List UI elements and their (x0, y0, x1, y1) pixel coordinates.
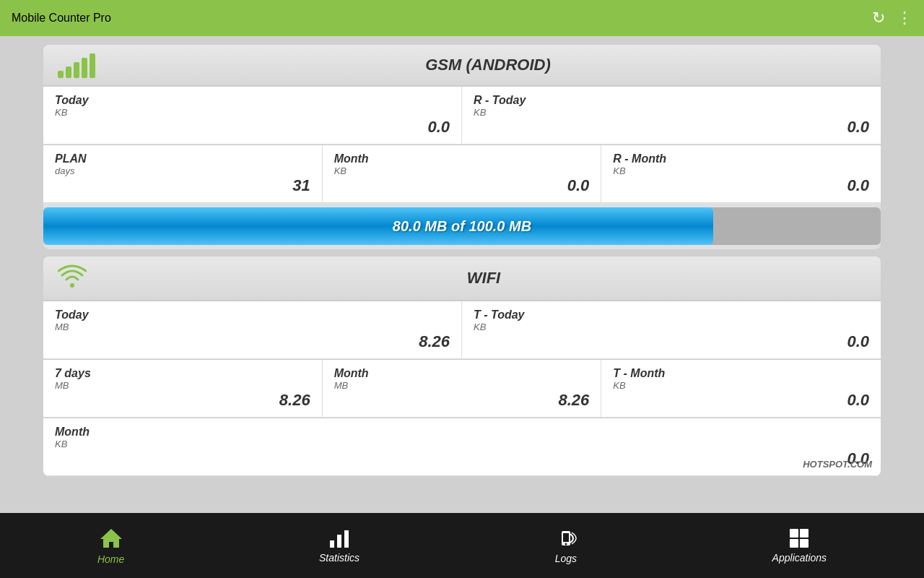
gsm-r-today-label: R - Today (474, 94, 869, 107)
gsm-month-unit: KB (334, 165, 590, 176)
svg-rect-10 (790, 539, 798, 548)
nav-statistics[interactable]: Statistics (319, 527, 359, 564)
gsm-title: GSM (ANDROID) (110, 56, 866, 74)
wifi-month2-label: Month (55, 426, 869, 439)
svg-rect-11 (800, 539, 808, 548)
gsm-progress-bar: 80.0 MB of 100.0 MB (43, 207, 881, 245)
overflow-menu-icon[interactable]: ⋮ (897, 9, 912, 27)
wifi-t-month-value: 0.0 (847, 391, 869, 410)
gsm-month-label: Month (334, 152, 590, 165)
gsm-month-cell: Month KB 0.0 (323, 145, 602, 203)
home-label: Home (97, 553, 124, 565)
gsm-r-today-cell: R - Today KB 0.0 (462, 87, 881, 144)
wifi-month-cell: Month MB 8.26 (323, 360, 602, 418)
logs-label: Logs (555, 553, 577, 564)
wifi-t-month-cell: T - Month KB 0.0 (601, 360, 881, 418)
wifi-month-label: Month (334, 367, 590, 380)
wifi-today-value: 8.26 (419, 332, 450, 351)
svg-rect-8 (790, 529, 798, 538)
svg-point-0 (70, 283, 74, 288)
wifi-month2-unit: KB (55, 439, 869, 449)
refresh-icon[interactable]: ↻ (872, 9, 885, 27)
gsm-today-cell: Today KB 0.0 (43, 87, 462, 144)
applications-icon (788, 527, 810, 549)
gsm-today-unit: KB (55, 107, 450, 118)
wifi-header: WIFI (43, 256, 881, 301)
wifi-7days-unit: MB (55, 380, 310, 391)
wifi-icon (58, 264, 87, 293)
applications-label: Applications (772, 552, 827, 564)
wifi-t-month-unit: KB (613, 380, 869, 391)
nav-logs[interactable]: Logs (554, 527, 578, 564)
nav-home[interactable]: Home (97, 526, 124, 565)
bottom-nav: Home Statistics Logs Applications (0, 513, 924, 578)
gsm-header: GSM (ANDROID) (43, 45, 881, 86)
svg-point-7 (565, 543, 567, 545)
svg-rect-2 (330, 540, 334, 548)
wifi-t-today-value: 0.0 (847, 332, 869, 351)
wifi-section: WIFI Today MB 8.26 T - Today KB 0.0 (43, 256, 881, 476)
wifi-t-month-label: T - Month (613, 367, 869, 380)
wifi-t-today-cell: T - Today KB 0.0 (462, 301, 881, 359)
gsm-r-month-cell: R - Month KB 0.0 (601, 145, 881, 203)
wifi-title: WIFI (101, 269, 866, 288)
wifi-7days-label: 7 days (55, 367, 310, 380)
hotspot-label: HOTSPOT.COM (803, 459, 872, 470)
svg-rect-3 (337, 535, 341, 548)
home-icon (99, 526, 123, 551)
gsm-plan-unit: days (55, 165, 310, 176)
wifi-month-value: 8.26 (559, 391, 590, 410)
logs-icon (554, 527, 578, 550)
gsm-r-today-value: 0.0 (847, 118, 869, 137)
wifi-t-today-label: T - Today (474, 309, 869, 322)
app-title: Mobile Counter Pro (12, 12, 111, 25)
gsm-section: GSM (ANDROID) Today KB 0.0 R - Today KB … (43, 45, 881, 249)
svg-rect-6 (563, 533, 569, 542)
wifi-month2-cell: Month KB 0.0 HOTSPOT.COM (43, 418, 881, 476)
wifi-t-today-unit: KB (474, 322, 869, 332)
gsm-r-month-unit: KB (613, 165, 869, 176)
gsm-plan-label: PLAN (55, 152, 310, 165)
svg-rect-4 (344, 530, 349, 548)
gsm-plan-cell: PLAN days 31 (43, 145, 323, 203)
wifi-today-cell: Today MB 8.26 (43, 301, 462, 359)
wifi-month-unit: MB (334, 380, 590, 391)
gsm-plan-value: 31 (292, 176, 310, 195)
wifi-7days-cell: 7 days MB 8.26 (43, 360, 323, 418)
main-content: GSM (ANDROID) Today KB 0.0 R - Today KB … (0, 36, 924, 513)
top-bar-icons: ↻ ⋮ (872, 9, 912, 27)
wifi-today-unit: MB (55, 322, 450, 332)
gsm-today-label: Today (55, 94, 450, 107)
gsm-today-value: 0.0 (427, 118, 450, 137)
statistics-label: Statistics (319, 552, 359, 564)
gsm-r-month-label: R - Month (613, 152, 869, 165)
gsm-progress-text: 80.0 MB of 100.0 MB (43, 207, 881, 245)
svg-marker-1 (100, 529, 122, 548)
top-bar: Mobile Counter Pro ↻ ⋮ (0, 0, 924, 36)
gsm-r-month-value: 0.0 (847, 176, 869, 195)
wifi-7days-value: 8.26 (279, 391, 310, 410)
svg-rect-9 (800, 529, 808, 538)
nav-applications[interactable]: Applications (772, 527, 827, 564)
wifi-today-label: Today (55, 309, 450, 322)
statistics-icon (328, 527, 350, 549)
gsm-r-today-unit: KB (474, 107, 869, 118)
gsm-month-value: 0.0 (567, 176, 590, 195)
signal-bars-icon (58, 52, 95, 78)
